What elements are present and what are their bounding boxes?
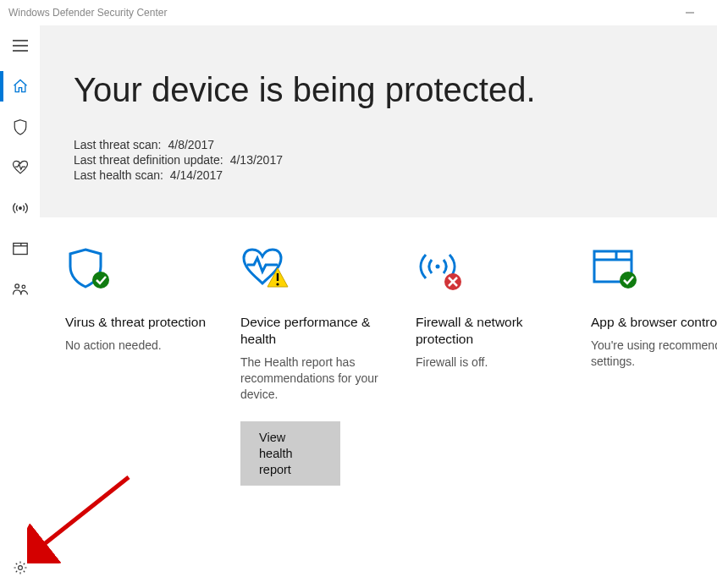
scan-row-definition: Last threat definition update: 4/13/2017 [74,153,717,167]
scan-value: 4/13/2017 [230,153,283,167]
svg-rect-5 [13,243,26,254]
home-icon [12,78,29,95]
svg-point-14 [276,283,279,285]
hero-panel: Your device is being protected. Last thr… [40,25,717,217]
card-performance[interactable]: Device performance & health The Health r… [240,248,389,486]
heart-pulse-icon [12,160,29,175]
sidebar [0,25,40,588]
content-area: Your device is being protected. Last thr… [40,25,717,588]
radio-tower-icon [12,201,29,216]
family-icon [12,283,29,296]
svg-point-10 [18,566,22,570]
card-firewall[interactable]: Firewall & network protection Firewall i… [416,248,564,486]
shield-icon [13,118,28,135]
scan-label: Last threat scan: [74,138,162,151]
gear-icon [13,560,28,575]
sidebar-item-app-browser[interactable] [0,228,40,269]
card-desc: Firewall is off. [416,354,564,371]
browser-check-icon [591,248,642,292]
sidebar-item-settings[interactable] [0,547,40,588]
shield-check-icon [65,248,113,292]
sidebar-item-virus[interactable] [0,107,40,147]
browser-window-icon [13,242,28,256]
card-title: Device performance & health [240,314,389,348]
radio-tower-error-icon [416,248,466,292]
scan-value: 4/8/2017 [168,138,215,151]
card-desc: You're using recommended settings. [591,338,717,370]
svg-point-4 [19,207,21,210]
sidebar-item-firewall[interactable] [0,188,40,228]
view-health-report-button[interactable]: View health report [240,421,340,486]
svg-point-8 [14,284,19,289]
card-title: Firewall & network protection [416,314,564,348]
title-bar: Windows Defender Security Center [0,0,717,25]
scan-label: Last health scan: [74,168,163,182]
scan-row-health: Last health scan: 4/14/2017 [74,168,717,182]
sidebar-item-family[interactable] [0,269,40,310]
card-virus[interactable]: Virus & threat protection No action need… [65,248,213,486]
svg-point-11 [92,272,109,289]
svg-point-9 [22,285,25,289]
scan-row-threat: Last threat scan: 4/8/2017 [74,138,717,151]
window-title: Windows Defender Security Center [8,7,167,19]
card-desc: The Health report has recommendations fo… [240,354,389,403]
sidebar-item-performance[interactable] [0,147,40,188]
page-heading: Your device is being protected. [74,71,717,109]
minimize-button[interactable] [671,0,709,25]
hamburger-menu-button[interactable] [0,25,40,66]
sidebar-item-home[interactable] [0,66,40,107]
cards-row: Virus & threat protection No action need… [40,217,717,486]
card-title: App & browser control [591,314,717,331]
card-desc: No action needed. [65,338,213,354]
card-title: Virus & threat protection [65,314,213,331]
svg-point-22 [620,272,637,289]
svg-point-15 [436,265,440,269]
card-app-browser[interactable]: App & browser control You're using recom… [591,248,717,486]
scan-value: 4/14/2017 [170,168,223,182]
heart-warning-icon [240,248,291,292]
scan-label: Last threat definition update: [74,153,223,167]
